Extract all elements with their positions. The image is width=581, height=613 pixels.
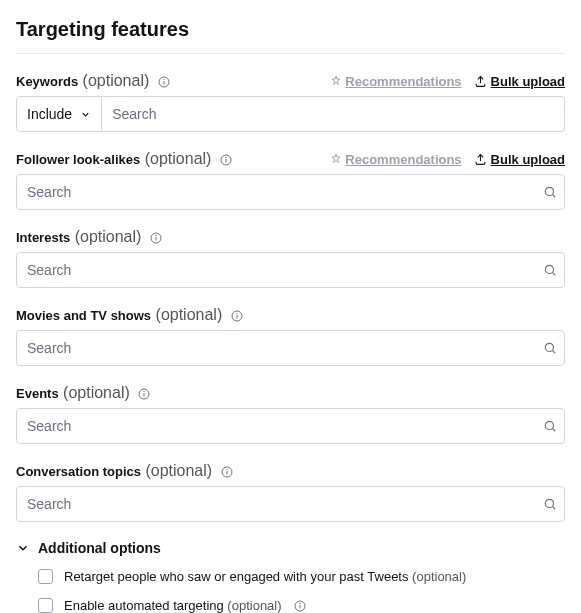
interests-search-input[interactable] bbox=[16, 252, 565, 288]
lookalikes-optional: (optional) bbox=[145, 150, 212, 167]
chevron-down-icon bbox=[16, 541, 30, 555]
conversation-search-input[interactable] bbox=[16, 486, 565, 522]
info-icon[interactable] bbox=[158, 76, 170, 88]
info-icon[interactable] bbox=[220, 154, 232, 166]
search-icon bbox=[543, 263, 557, 277]
svg-line-12 bbox=[552, 272, 555, 275]
movies-label: Movies and TV shows bbox=[16, 308, 151, 323]
interests-optional: (optional) bbox=[75, 228, 142, 245]
keywords-search-input[interactable] bbox=[102, 96, 565, 132]
movies-optional: (optional) bbox=[156, 306, 223, 323]
recommendations-link[interactable]: Recommendations bbox=[330, 74, 461, 89]
svg-point-25 bbox=[226, 469, 227, 470]
svg-point-20 bbox=[144, 391, 145, 392]
svg-line-17 bbox=[552, 350, 555, 353]
chevron-down-icon bbox=[80, 109, 91, 120]
bulk-upload-link[interactable]: Bulk upload bbox=[474, 152, 565, 167]
svg-point-15 bbox=[236, 313, 237, 314]
recommendations-label: Recommendations bbox=[345, 152, 461, 167]
lookalikes-section: Follower look-alikes (optional) Recommen… bbox=[16, 150, 565, 210]
divider bbox=[16, 53, 565, 54]
events-label: Events bbox=[16, 386, 59, 401]
retarget-label: Retarget people who saw or engaged with … bbox=[64, 569, 408, 584]
include-label: Include bbox=[27, 106, 72, 122]
movies-search-input[interactable] bbox=[16, 330, 565, 366]
svg-point-11 bbox=[545, 265, 553, 273]
events-search-input[interactable] bbox=[16, 408, 565, 444]
search-icon bbox=[543, 497, 557, 511]
bulk-upload-label: Bulk upload bbox=[491, 152, 565, 167]
additional-options-list: Retarget people who saw or engaged with … bbox=[16, 566, 565, 613]
events-section: Events (optional) bbox=[16, 384, 565, 444]
svg-point-2 bbox=[164, 79, 165, 80]
automated-optional: (optional) bbox=[227, 598, 281, 613]
include-dropdown[interactable]: Include bbox=[16, 96, 102, 132]
svg-point-21 bbox=[545, 421, 553, 429]
automated-checkbox[interactable] bbox=[38, 598, 53, 613]
conversation-label: Conversation topics bbox=[16, 464, 141, 479]
info-icon[interactable] bbox=[150, 232, 162, 244]
svg-point-16 bbox=[545, 343, 553, 351]
search-icon bbox=[543, 185, 557, 199]
info-icon[interactable] bbox=[294, 600, 306, 612]
movies-section: Movies and TV shows (optional) bbox=[16, 306, 565, 366]
conversation-optional: (optional) bbox=[145, 462, 212, 479]
events-optional: (optional) bbox=[63, 384, 130, 401]
recommendations-label: Recommendations bbox=[345, 74, 461, 89]
svg-point-30 bbox=[299, 603, 300, 604]
automated-checkbox-row[interactable]: Enable automated targeting (optional) bbox=[34, 595, 565, 613]
bulk-upload-link[interactable]: Bulk upload bbox=[474, 74, 565, 89]
lookalikes-label: Follower look-alikes bbox=[16, 152, 140, 167]
retarget-checkbox[interactable] bbox=[38, 569, 53, 584]
svg-line-7 bbox=[552, 194, 555, 197]
interests-label: Interests bbox=[16, 230, 70, 245]
svg-line-22 bbox=[552, 428, 555, 431]
page-title: Targeting features bbox=[16, 18, 565, 41]
automated-label: Enable automated targeting bbox=[64, 598, 224, 613]
additional-options-toggle[interactable]: Additional options bbox=[16, 540, 565, 556]
svg-point-26 bbox=[545, 499, 553, 507]
recommendations-link[interactable]: Recommendations bbox=[330, 152, 461, 167]
search-icon bbox=[543, 341, 557, 355]
info-icon[interactable] bbox=[221, 466, 233, 478]
svg-line-27 bbox=[552, 506, 555, 509]
retarget-optional: (optional) bbox=[412, 569, 466, 584]
lookalikes-search-input[interactable] bbox=[16, 174, 565, 210]
search-icon bbox=[543, 419, 557, 433]
conversation-section: Conversation topics (optional) bbox=[16, 462, 565, 522]
bulk-upload-label: Bulk upload bbox=[491, 74, 565, 89]
keywords-label: Keywords bbox=[16, 74, 78, 89]
svg-point-10 bbox=[156, 235, 157, 236]
keywords-section: Keywords (optional) Recommendations Bulk… bbox=[16, 72, 565, 132]
info-icon[interactable] bbox=[138, 388, 150, 400]
svg-point-6 bbox=[545, 187, 553, 195]
info-icon[interactable] bbox=[231, 310, 243, 322]
interests-section: Interests (optional) bbox=[16, 228, 565, 288]
retarget-checkbox-row[interactable]: Retarget people who saw or engaged with … bbox=[34, 566, 565, 587]
keywords-optional: (optional) bbox=[83, 72, 150, 89]
svg-point-5 bbox=[226, 157, 227, 158]
additional-options-label: Additional options bbox=[38, 540, 161, 556]
